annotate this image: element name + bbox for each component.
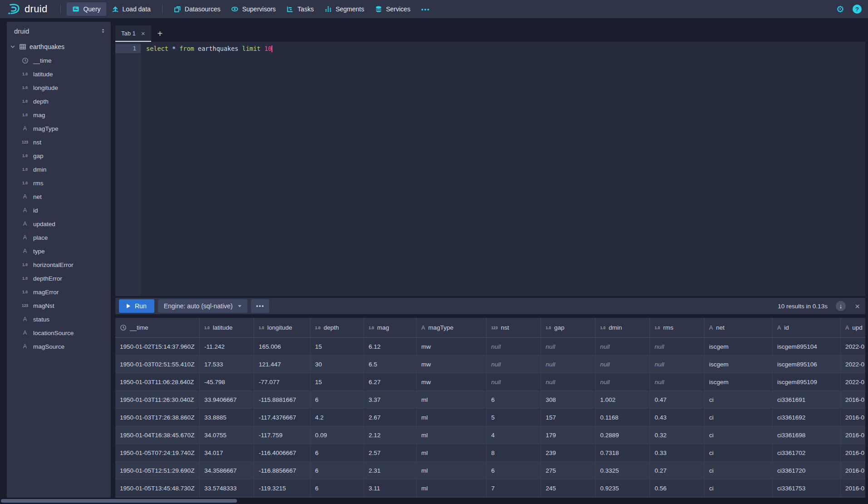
table-cell[interactable]: 6 (487, 462, 541, 479)
table-cell[interactable]: null (650, 338, 705, 356)
table-cell[interactable]: 1950-01-05T13:45:48.730Z (115, 479, 200, 497)
table-cell[interactable]: 2016-0 (841, 426, 865, 444)
sidebar-column-item[interactable]: 1.0 mag (7, 108, 111, 122)
query-more-button[interactable]: ••• (251, 299, 269, 313)
table-cell[interactable]: 33.8885 (200, 409, 254, 426)
add-tab-button[interactable]: + (151, 25, 169, 42)
table-cell[interactable]: 15 (311, 373, 364, 391)
sidebar-column-item[interactable]: 1.0 latitude (7, 67, 111, 81)
table-cell[interactable]: -119.3215 (254, 479, 311, 497)
table-cell[interactable]: iscgem895109 (773, 373, 841, 391)
sidebar-column-item[interactable]: A id (7, 203, 111, 217)
sidebar-column-item[interactable]: A magType (7, 122, 111, 135)
table-cell[interactable]: 0.56 (650, 479, 705, 497)
table-cell[interactable]: ci3361691 (773, 391, 841, 409)
table-cell[interactable]: ci3361692 (773, 409, 841, 426)
table-cell[interactable]: 0.1168 (596, 409, 650, 426)
table-cell[interactable]: iscgem (705, 356, 773, 373)
sidebar-column-item[interactable]: A type (7, 244, 111, 258)
table-cell[interactable]: null (487, 338, 541, 356)
sql-editor[interactable]: 1 select * from earthquakes limit 10 (115, 42, 865, 296)
table-cell[interactable]: 2022-0 (841, 356, 865, 373)
table-cell[interactable]: 8 (487, 444, 541, 462)
table-cell[interactable]: 7 (487, 479, 541, 497)
table-cell[interactable]: null (541, 373, 596, 391)
table-cell[interactable]: ml (417, 479, 487, 497)
sidebar-column-item[interactable]: 1.0 depthError (7, 272, 111, 285)
nav-item-tasks[interactable]: Tasks (281, 2, 319, 16)
sidebar-column-item[interactable]: A locationSource (7, 326, 111, 340)
table-cell[interactable]: null (487, 356, 541, 373)
table-cell[interactable]: ci (705, 391, 773, 409)
gear-icon[interactable]: ⚙ (836, 5, 844, 14)
table-cell[interactable]: 0.7318 (596, 444, 650, 462)
nav-item-segments[interactable]: Segments (319, 2, 370, 16)
table-cell[interactable]: -11.242 (200, 338, 254, 356)
table-cell[interactable]: 0.27 (650, 462, 705, 479)
column-header[interactable]: 1.0depth (311, 318, 364, 337)
run-button[interactable]: Run (119, 299, 154, 313)
table-cell[interactable]: mw (417, 338, 487, 356)
table-cell[interactable]: 34.0755 (200, 426, 254, 444)
table-cell[interactable]: mw (417, 356, 487, 373)
table-cell[interactable]: 6.12 (364, 338, 417, 356)
table-cell[interactable]: 15 (311, 338, 364, 356)
table-cell[interactable]: 1950-01-05T07:24:19.740Z (115, 444, 200, 462)
table-cell[interactable]: 0.9235 (596, 479, 650, 497)
table-cell[interactable]: 1950-01-03T17:26:38.860Z (115, 409, 200, 426)
table-cell[interactable]: mw (417, 373, 487, 391)
sidebar-column-item[interactable]: 1.0 gap (7, 149, 111, 163)
sort-icon[interactable] (100, 27, 106, 35)
table-cell[interactable]: ml (417, 462, 487, 479)
table-cell[interactable]: -45.798 (200, 373, 254, 391)
table-cell[interactable]: ci (705, 479, 773, 497)
table-cell[interactable]: 2016-0 (841, 479, 865, 497)
table-cell[interactable]: 121.447 (254, 356, 311, 373)
table-cell[interactable]: 165.006 (254, 338, 311, 356)
nav-item-query[interactable]: Query (67, 2, 106, 16)
help-icon[interactable]: ? (853, 5, 862, 14)
table-cell[interactable]: ml (417, 409, 487, 426)
table-cell[interactable]: null (650, 373, 705, 391)
table-cell[interactable]: 2016-0 (841, 409, 865, 426)
table-cell[interactable]: 30 (311, 356, 364, 373)
column-header[interactable]: 1.0mag (364, 318, 417, 337)
nav-item-load-data[interactable]: Load data (106, 2, 156, 16)
table-cell[interactable]: null (487, 373, 541, 391)
table-cell[interactable]: 3.11 (364, 479, 417, 497)
table-cell[interactable]: 6.5 (364, 356, 417, 373)
table-cell[interactable]: 2.12 (364, 426, 417, 444)
column-header[interactable]: 1.0rms (650, 318, 705, 337)
table-cell[interactable]: ci (705, 426, 773, 444)
table-cell[interactable]: 2.31 (364, 462, 417, 479)
table-cell[interactable]: null (596, 373, 650, 391)
table-cell[interactable]: 33.5748333 (200, 479, 254, 497)
table-cell[interactable]: 6 (311, 462, 364, 479)
table-cell[interactable]: 17.533 (200, 356, 254, 373)
table-cell[interactable]: 4.2 (311, 409, 364, 426)
column-header[interactable]: Aupd (841, 318, 865, 337)
table-cell[interactable]: -116.8856667 (254, 462, 311, 479)
table-cell[interactable]: 2016-0 (841, 444, 865, 462)
table-cell[interactable]: 2.57 (364, 444, 417, 462)
sidebar-column-item[interactable]: A updated (7, 217, 111, 231)
sidebar-column-item[interactable]: 1.0 longitude (7, 81, 111, 94)
scrollbar-thumb[interactable] (1, 499, 237, 503)
table-cell[interactable]: 239 (541, 444, 596, 462)
table-cell[interactable]: ml (417, 444, 487, 462)
sidebar-item-earthquakes[interactable]: earthquakes (7, 40, 111, 54)
table-cell[interactable]: ci (705, 462, 773, 479)
table-cell[interactable]: null (596, 356, 650, 373)
table-cell[interactable]: 5 (487, 409, 541, 426)
table-cell[interactable]: 6 (311, 391, 364, 409)
table-cell[interactable]: 2.67 (364, 409, 417, 426)
table-cell[interactable]: 0.3325 (596, 462, 650, 479)
table-cell[interactable]: -117.759 (254, 426, 311, 444)
nav-item-services[interactable]: Services (370, 2, 416, 16)
table-cell[interactable]: 6 (311, 479, 364, 497)
table-cell[interactable]: 0.33 (650, 444, 705, 462)
table-cell[interactable]: 1950-01-02T15:14:37.960Z (115, 338, 200, 356)
sidebar-column-item[interactable]: 1.0 depth (7, 94, 111, 108)
table-cell[interactable]: 308 (541, 391, 596, 409)
table-cell[interactable]: 0.09 (311, 426, 364, 444)
